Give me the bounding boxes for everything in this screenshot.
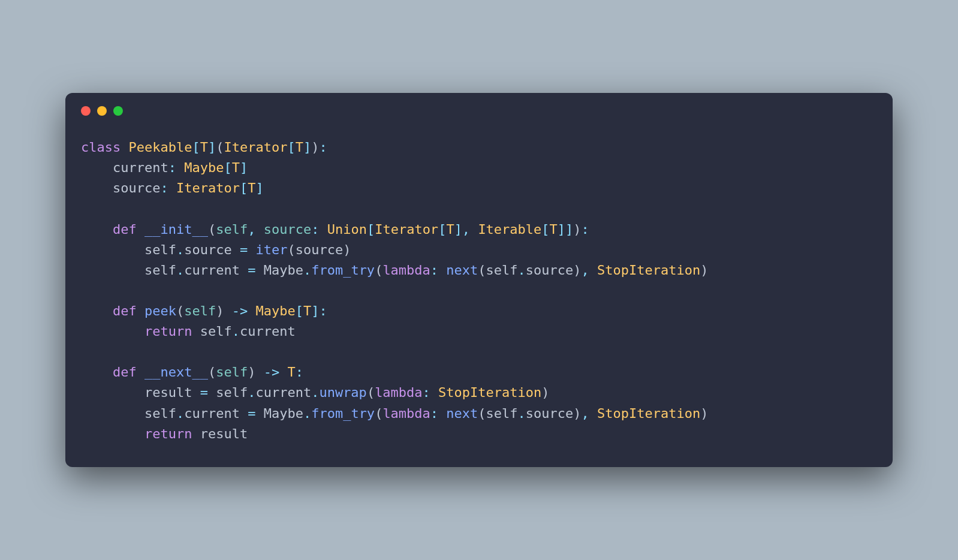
- code-token: Iterable: [478, 222, 541, 237]
- code-token: result: [81, 385, 200, 400]
- window-titlebar: [65, 93, 893, 116]
- code-token: return: [144, 324, 192, 339]
- code-token: ,: [582, 263, 598, 278]
- code-token: ->: [232, 303, 248, 318]
- code-token: from_try: [311, 406, 375, 421]
- code-token: .: [518, 406, 526, 421]
- code-token: self: [81, 406, 176, 421]
- code-token: .: [518, 263, 526, 278]
- code-token: ): [311, 140, 319, 155]
- minimize-icon[interactable]: [97, 106, 107, 116]
- maximize-icon[interactable]: [113, 106, 123, 116]
- code-token: .: [176, 242, 184, 257]
- code-token: def: [113, 365, 137, 380]
- code-token: .: [303, 263, 311, 278]
- code-token: current: [184, 263, 248, 278]
- code-token: Iterator: [375, 222, 438, 237]
- code-token: source: [296, 242, 343, 257]
- code-token: source: [184, 242, 240, 257]
- code-token: T: [446, 222, 454, 237]
- code-token: :: [296, 365, 303, 380]
- code-token: [120, 140, 128, 155]
- code-token: from_try: [311, 263, 375, 278]
- code-token: ): [343, 242, 351, 257]
- code-token: :: [160, 180, 176, 195]
- code-token: T: [303, 303, 311, 318]
- code-token: T: [296, 140, 303, 155]
- code-token: next: [446, 406, 478, 421]
- code-token: .: [176, 406, 184, 421]
- code-line: self.current = Maybe.from_try(lambda: ne…: [81, 260, 877, 281]
- code-line: self.current = Maybe.from_try(lambda: ne…: [81, 404, 877, 424]
- code-token: (: [478, 406, 486, 421]
- code-token: [: [541, 222, 549, 237]
- code-token: (: [176, 303, 184, 318]
- code-window: class Peekable[T](Iterator[T]): current:…: [65, 93, 893, 466]
- code-token: self: [486, 406, 518, 421]
- code-token: :: [430, 263, 447, 278]
- code-token: ): [248, 365, 255, 380]
- code-token: self: [192, 324, 231, 339]
- code-token: :: [582, 222, 589, 237]
- code-token: [81, 324, 144, 339]
- code-token: source: [264, 222, 311, 237]
- code-token: ,: [248, 222, 264, 237]
- code-token: [81, 365, 113, 380]
- code-token: (: [287, 242, 295, 257]
- code-token: self: [208, 385, 248, 400]
- code-token: self: [216, 365, 248, 380]
- code-token: (: [478, 263, 486, 278]
- code-token: def: [113, 222, 137, 237]
- code-token: [279, 365, 287, 380]
- code-token: T: [550, 222, 558, 237]
- code-token: ): [700, 263, 708, 278]
- code-token: T: [248, 180, 255, 195]
- code-token: Peekable: [128, 140, 192, 155]
- code-line: [81, 342, 877, 362]
- code-token: [81, 303, 113, 318]
- code-token: next: [446, 263, 478, 278]
- code-token: ,: [582, 406, 598, 421]
- code-token: self: [216, 222, 248, 237]
- code-line: def __init__(self, source: Union[Iterato…: [81, 219, 877, 240]
- code-token: source: [526, 263, 573, 278]
- code-token: :: [168, 160, 185, 175]
- code-line: def peek(self) -> Maybe[T]:: [81, 301, 877, 321]
- code-token: iter: [255, 242, 287, 257]
- code-line: current: Maybe[T]: [81, 158, 877, 178]
- code-token: Maybe: [255, 303, 295, 318]
- code-token: ]: [240, 160, 248, 175]
- code-token: Maybe: [255, 263, 303, 278]
- code-line: def __next__(self) -> T:: [81, 362, 877, 383]
- code-token: source: [81, 180, 160, 195]
- code-token: [: [192, 140, 200, 155]
- code-token: current: [255, 385, 311, 400]
- code-token: :: [319, 140, 327, 155]
- code-token: StopIteration: [438, 385, 541, 400]
- code-token: ],: [454, 222, 478, 237]
- code-token: lambda: [382, 263, 430, 278]
- code-token: .: [303, 406, 311, 421]
- code-token: :: [423, 385, 439, 400]
- code-token: =: [200, 385, 208, 400]
- code-token: ): [573, 222, 581, 237]
- code-token: ): [216, 303, 224, 318]
- code-token: :: [311, 222, 327, 237]
- code-line: [81, 199, 877, 219]
- code-token: [255, 365, 263, 380]
- code-token: lambda: [375, 385, 422, 400]
- code-token: current: [184, 406, 248, 421]
- code-block: class Peekable[T](Iterator[T]): current:…: [65, 116, 893, 454]
- code-token: :: [430, 406, 447, 421]
- code-token: =: [248, 263, 255, 278]
- code-line: result = self.current.unwrap(lambda: Sto…: [81, 383, 877, 403]
- code-line: return self.current: [81, 321, 877, 342]
- code-token: .: [248, 385, 255, 400]
- code-token: [81, 426, 144, 441]
- code-token: lambda: [382, 406, 430, 421]
- close-icon[interactable]: [81, 106, 91, 116]
- code-token: ]:: [311, 303, 327, 318]
- code-token: [: [240, 180, 248, 195]
- code-token: .: [176, 263, 184, 278]
- code-token: [137, 365, 144, 380]
